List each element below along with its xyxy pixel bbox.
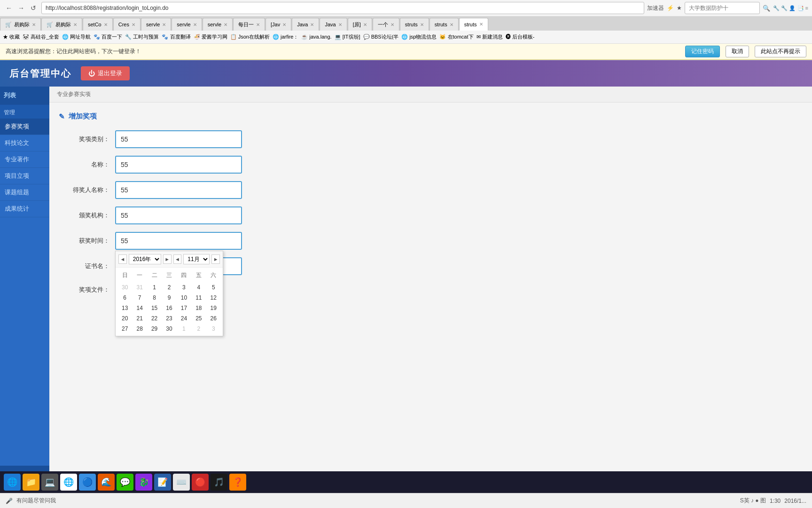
taskbar-icon-app1[interactable]: 🐉 — [135, 474, 152, 491]
cal-day[interactable]: 30 — [117, 282, 132, 293]
tab-close11[interactable]: ✕ — [338, 22, 342, 27]
cal-day[interactable]: 24 — [177, 313, 191, 324]
sidebar-item-work[interactable]: 专业著作 — [0, 151, 49, 168]
no-remind-button[interactable]: 此站点不再提示 — [755, 46, 806, 57]
tab-close12[interactable]: ✕ — [363, 22, 367, 27]
cal-day[interactable]: 10 — [177, 293, 191, 303]
taskbar-icon-firefox[interactable]: 🌊 — [98, 474, 115, 491]
tab-one[interactable]: 一个 ✕ — [373, 18, 399, 31]
cal-prev-year[interactable]: ◄ — [118, 254, 127, 264]
cal-day[interactable]: 3 — [206, 324, 221, 334]
taskbar-icon-app2[interactable]: 🔴 — [192, 474, 209, 491]
tab-close7[interactable]: ✕ — [224, 22, 227, 27]
award-type-input[interactable] — [115, 130, 242, 148]
cal-day[interactable]: 25 — [191, 313, 206, 324]
cancel-remember-button[interactable]: 取消 — [726, 46, 749, 57]
tab-struts3[interactable]: struts ✕ — [459, 18, 488, 31]
sidebar-item-topic[interactable]: 课题组题 — [0, 184, 49, 201]
tab-close6[interactable]: ✕ — [193, 22, 197, 27]
cal-day[interactable]: 30 — [162, 324, 176, 334]
cal-month-select[interactable]: 11月 — [183, 254, 210, 264]
bookmark-bbs[interactable]: 💬 BBS论坛(半 — [363, 33, 399, 40]
tab-close2[interactable]: ✕ — [73, 22, 77, 27]
cal-day[interactable]: 27 — [117, 324, 132, 334]
tab-close14[interactable]: ✕ — [420, 22, 424, 27]
tab-close8[interactable]: ✕ — [256, 22, 260, 27]
tab-close-icon[interactable]: ✕ — [32, 22, 36, 27]
tab-daily[interactable]: 每日一 ✕ — [233, 18, 265, 31]
settings-icon[interactable]: ★ — [677, 5, 682, 11]
cal-year-select[interactable]: 2016年 — [129, 254, 161, 264]
bookmark-jsp[interactable]: 🌐 jsp物流信息 — [401, 33, 437, 40]
sidebar-item-stats[interactable]: 成果统计 — [0, 201, 49, 217]
tab-close16[interactable]: ✕ — [479, 22, 483, 27]
cal-day[interactable]: 20 — [117, 313, 132, 324]
bookmark-nav[interactable]: 🌐 网址导航 — [62, 33, 91, 40]
cal-day[interactable]: 15 — [147, 303, 162, 313]
refresh-button[interactable]: ↺ — [28, 3, 39, 13]
taskbar-icon-chrome[interactable]: 🌐 — [60, 474, 77, 491]
winner-input[interactable] — [115, 181, 242, 199]
tab-java1[interactable]: [Jav ✕ — [265, 18, 291, 31]
bookmark-newmsg[interactable]: ✉ 新建消息 — [476, 33, 503, 40]
tab-close15[interactable]: ✕ — [450, 22, 453, 27]
tab-close9[interactable]: ✕ — [282, 22, 286, 27]
sidebar-item-project[interactable]: 项目立项 — [0, 168, 49, 184]
cal-day[interactable]: 19 — [206, 303, 221, 313]
tab-close5[interactable]: ✕ — [162, 22, 166, 27]
taskbar-icon-edge[interactable]: 🌐 — [4, 474, 21, 491]
tab-java3[interactable]: Java ✕ — [320, 18, 347, 31]
tab-shopping2[interactable]: 🛒 易购际 ✕ — [41, 18, 82, 31]
cal-next-month[interactable]: ► — [211, 254, 220, 264]
cal-day[interactable]: 29 — [147, 324, 162, 334]
bookmark-tomcat[interactable]: 🐱 在tomcat下 — [439, 33, 473, 40]
logout-button[interactable]: 退出登录 — [81, 66, 130, 80]
cal-day[interactable]: 1 — [147, 282, 162, 293]
award-time-input[interactable] — [115, 232, 242, 250]
cal-day[interactable]: 17 — [177, 303, 191, 313]
cal-day[interactable]: 6 — [117, 293, 132, 303]
cal-day[interactable]: 14 — [132, 303, 147, 313]
cal-day[interactable]: 2 — [162, 282, 176, 293]
bookmark-jarfire[interactable]: 🌐 jarfire： — [273, 33, 299, 40]
cal-day[interactable]: 16 — [162, 303, 176, 313]
bookmark-template[interactable]: 🅜 后台模板- — [506, 33, 535, 40]
star-icon[interactable]: ⚡ — [667, 5, 674, 11]
taskbar-icon-music[interactable]: 🎵 — [211, 474, 227, 491]
tab-close4[interactable]: ✕ — [132, 22, 135, 27]
bookmark-worktime[interactable]: 🔧 工时与预算 — [125, 33, 159, 40]
cal-day[interactable]: 26 — [206, 313, 221, 324]
cal-day[interactable]: 8 — [147, 293, 162, 303]
bookmark-json[interactable]: 📋 Json在线解析 — [230, 33, 270, 40]
tab-setco[interactable]: setCo ✕ — [83, 18, 113, 31]
cal-day[interactable]: 1 — [177, 324, 191, 334]
address-bar[interactable] — [41, 2, 644, 14]
tab-struts2[interactable]: struts ✕ — [429, 18, 459, 31]
institution-input[interactable] — [115, 206, 242, 224]
taskbar-icon-word[interactable]: 📝 — [154, 474, 171, 491]
bookmark-collect[interactable]: ★ 收藏 — [3, 33, 20, 40]
cal-day[interactable]: 7 — [132, 293, 147, 303]
taskbar-icon-folder[interactable]: 📁 — [23, 474, 39, 491]
cal-day[interactable]: 21 — [132, 313, 147, 324]
cal-day[interactable]: 3 — [177, 282, 191, 293]
tab-struts1[interactable]: struts ✕ — [400, 18, 429, 31]
accelerate-label[interactable]: 加速器 — [647, 4, 664, 12]
tab-close10[interactable]: ✕ — [310, 22, 314, 27]
cal-day[interactable]: 18 — [191, 303, 206, 313]
cal-day[interactable]: 22 — [147, 313, 162, 324]
cal-next-year[interactable]: ► — [163, 254, 172, 264]
taskbar-icon-pc[interactable]: 💻 — [41, 474, 58, 491]
bookmark-it[interactable]: 💻 [IT缤纷] — [335, 33, 360, 40]
cal-day[interactable]: 11 — [191, 293, 206, 303]
cal-day[interactable]: 4 — [191, 282, 206, 293]
bookmark-baidu[interactable]: 🐾 百度一下 — [94, 33, 122, 40]
browser-search[interactable] — [685, 2, 760, 14]
sidebar-item-award[interactable]: 参赛奖项 — [0, 119, 49, 135]
taskbar-icon-sogou[interactable]: 🔵 — [79, 474, 96, 491]
tab-servle2[interactable]: servle ✕ — [172, 18, 202, 31]
bookmark-javalang[interactable]: ☕ java.lang. — [301, 34, 331, 40]
cal-day[interactable]: 12 — [206, 293, 221, 303]
back-button[interactable]: ← — [4, 3, 14, 13]
tab-close13[interactable]: ✕ — [390, 22, 394, 27]
